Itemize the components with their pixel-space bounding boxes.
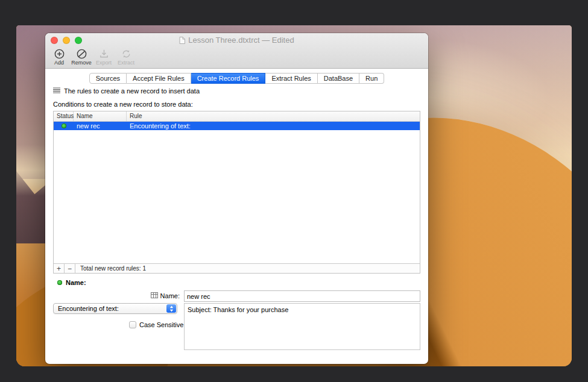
column-header-rule[interactable]: Rule <box>127 111 420 121</box>
tab-bar: Sources Accept File Rules Create Record … <box>45 73 428 84</box>
traffic-lights <box>51 37 82 44</box>
window-title-text: Lesson Three.dtxtrct — Edited <box>188 36 294 45</box>
remove-rule-button[interactable]: − <box>65 264 75 273</box>
dropdown-arrows-icon <box>166 304 176 313</box>
rules-description-row: The rules to create a new record to inse… <box>53 87 200 95</box>
rules-table: Status Name Rule new rec Encountering of… <box>53 111 420 274</box>
extract-button-label: Extract <box>118 60 134 66</box>
table-footer: + − Total new record rules: 1 <box>54 263 420 273</box>
rule-type-dropdown[interactable]: Encountering of text: <box>53 303 177 314</box>
extract-icon <box>121 48 132 60</box>
table-body-empty <box>54 130 420 264</box>
list-icon <box>53 87 60 95</box>
export-button: Export <box>93 47 114 66</box>
row-name-cell: new rec <box>74 122 127 130</box>
column-header-status[interactable]: Status <box>54 111 74 121</box>
extract-button: Extract <box>116 47 136 66</box>
table-row[interactable]: new rec Encountering of text: <box>54 122 420 130</box>
detail-section-header: Name: <box>57 279 86 286</box>
app-window: Lesson Three.dtxtrct — Edited Add Remove <box>45 33 428 364</box>
export-icon <box>98 48 110 60</box>
remove-icon <box>76 48 87 60</box>
tab-extract-rules[interactable]: Extract Rules <box>265 73 317 84</box>
close-button[interactable] <box>51 37 58 44</box>
rule-text-input[interactable]: Subject: Thanks for your purchase <box>184 303 420 350</box>
window-title: Lesson Three.dtxtrct — Edited <box>45 33 428 48</box>
add-button-label: Add <box>54 60 64 66</box>
name-field-label: Name: <box>160 292 180 299</box>
rules-description: The rules to create a new record to inse… <box>64 87 200 95</box>
remove-button[interactable]: Remove <box>71 47 92 66</box>
segmented-control: Sources Accept File Rules Create Record … <box>89 73 385 84</box>
toolbar: Add Remove Export Extract <box>49 47 136 66</box>
tab-accept-file-rules[interactable]: Accept File Rules <box>127 73 191 84</box>
add-button[interactable]: Add <box>49 47 69 66</box>
case-sensitive-row: Case Sensitive <box>129 321 183 328</box>
status-green-icon <box>62 124 66 128</box>
name-field-label-row: Name: <box>118 292 180 299</box>
detail-status-green-icon <box>57 280 62 285</box>
conditions-label: Conditions to create a new record to sto… <box>53 101 193 108</box>
tab-run[interactable]: Run <box>359 73 384 84</box>
name-input[interactable] <box>184 290 420 302</box>
column-header-name[interactable]: Name <box>74 111 127 121</box>
grid-icon <box>151 292 158 299</box>
remove-button-label: Remove <box>71 60 92 66</box>
row-status-cell <box>54 124 74 128</box>
rules-count-label: Total new record rules: 1 <box>80 265 146 272</box>
export-button-label: Export <box>96 60 112 66</box>
detail-section-label: Name: <box>66 279 86 286</box>
tab-create-record-rules[interactable]: Create Record Rules <box>191 73 266 84</box>
zoom-button[interactable] <box>75 37 82 44</box>
add-icon <box>54 48 65 60</box>
case-sensitive-checkbox[interactable] <box>129 321 136 328</box>
add-rule-button[interactable]: + <box>54 264 65 273</box>
case-sensitive-label: Case Sensitive <box>139 321 183 328</box>
tab-database[interactable]: DataBase <box>318 73 359 84</box>
minimize-button[interactable] <box>63 37 70 44</box>
row-rule-cell: Encountering of text: <box>127 122 420 130</box>
document-proxy-icon <box>179 34 185 48</box>
tab-sources[interactable]: Sources <box>89 73 127 84</box>
desktop: Lesson Three.dtxtrct — Edited Add Remove <box>16 25 572 366</box>
window-titlebar[interactable]: Lesson Three.dtxtrct — Edited <box>45 33 428 48</box>
table-header: Status Name Rule <box>54 111 420 122</box>
rule-type-value: Encountering of text: <box>58 305 119 312</box>
